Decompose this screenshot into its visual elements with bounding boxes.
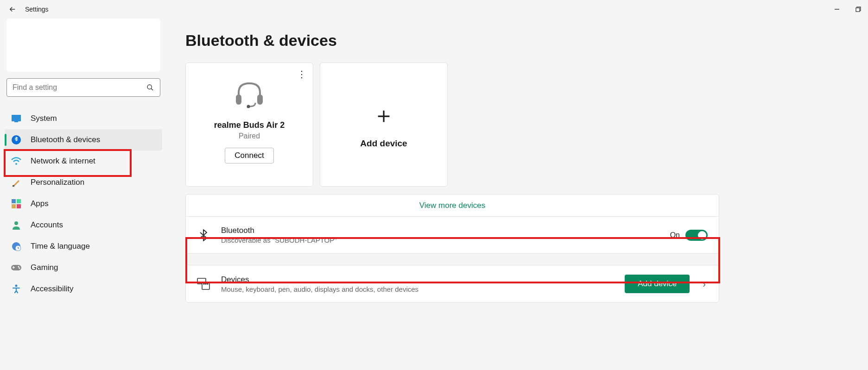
sidebar-item-label: Network & internet — [31, 157, 95, 166]
sidebar-item-label: Bluetooth & devices — [31, 135, 100, 144]
sidebar-item-label: Time & language — [31, 242, 90, 251]
sidebar-item-system[interactable]: System — [5, 108, 162, 129]
svg-rect-13 — [17, 204, 21, 208]
svg-point-18 — [18, 266, 19, 268]
device-card: ⋮ realme Buds Air 2 Paired Connect — [185, 63, 313, 187]
svg-rect-10 — [12, 199, 16, 203]
search-input[interactable] — [6, 78, 160, 97]
accessibility-icon — [11, 284, 21, 294]
sidebar: System Bluetooth & devices Network & int… — [0, 19, 167, 370]
window-title: Settings — [25, 6, 49, 13]
devices-row-subtitle: Mouse, keyboard, pen, audio, displays an… — [221, 285, 614, 293]
sidebar-item-label: Personalization — [31, 178, 84, 187]
bluetooth-toggle[interactable] — [685, 230, 708, 241]
brush-icon — [11, 177, 21, 188]
svg-point-14 — [14, 221, 18, 225]
gamepad-icon — [11, 263, 21, 273]
svg-rect-21 — [236, 94, 241, 105]
bluetooth-toggle-state: On — [670, 231, 680, 239]
add-device-button[interactable]: Add device — [625, 275, 690, 293]
svg-point-8 — [15, 163, 17, 165]
svg-rect-11 — [17, 199, 21, 203]
bluetooth-icon — [11, 135, 21, 145]
sidebar-item-label: Accessibility — [31, 284, 74, 294]
headset-icon — [233, 80, 266, 111]
view-more-devices-link[interactable]: View more devices — [185, 194, 719, 216]
sidebar-item-bluetooth[interactable]: Bluetooth & devices — [5, 129, 162, 151]
person-icon — [11, 220, 21, 230]
svg-point-28 — [207, 283, 208, 284]
apps-icon — [11, 199, 21, 209]
titlebar: Settings — [0, 0, 868, 19]
svg-rect-22 — [257, 94, 263, 105]
more-options-button[interactable]: ⋮ — [297, 69, 306, 80]
svg-point-26 — [203, 283, 204, 284]
plus-icon: ＋ — [373, 100, 395, 130]
bluetooth-glyph-icon — [197, 229, 210, 242]
sidebar-item-apps[interactable]: Apps — [5, 193, 162, 214]
svg-rect-12 — [12, 204, 16, 208]
bluetooth-setting-row: Bluetooth Discoverable as "SUBODH-LAPTOP… — [185, 216, 719, 254]
bluetooth-row-title: Bluetooth — [221, 226, 659, 235]
svg-rect-2 — [856, 8, 860, 12]
svg-point-20 — [15, 285, 18, 287]
sidebar-item-gaming[interactable]: Gaming — [5, 257, 162, 278]
devices-row-title: Devices — [221, 275, 614, 284]
device-status: Paired — [239, 132, 260, 140]
devices-setting-row[interactable]: Devices Mouse, keyboard, pen, audio, dis… — [185, 265, 719, 303]
device-name: realme Buds Air 2 — [214, 120, 285, 130]
svg-rect-9 — [13, 185, 14, 187]
sidebar-item-accessibility[interactable]: Accessibility — [5, 278, 162, 300]
svg-point-19 — [19, 268, 20, 269]
page-title: Bluetooth & devices — [185, 31, 851, 50]
main-content: Bluetooth & devices ⋮ realme Buds Air 2 … — [167, 19, 868, 370]
maximize-button[interactable] — [854, 5, 862, 13]
sidebar-item-personalization[interactable]: Personalization — [5, 172, 162, 193]
minimize-button[interactable] — [833, 5, 841, 13]
svg-rect-5 — [12, 115, 21, 121]
wifi-icon — [11, 156, 21, 166]
sidebar-item-label: Apps — [31, 199, 49, 208]
profile-card — [6, 19, 160, 72]
add-device-card[interactable]: ＋ Add device — [320, 63, 448, 187]
svg-line-4 — [151, 88, 153, 90]
search-icon — [146, 84, 154, 91]
connect-button[interactable]: Connect — [225, 148, 273, 163]
toggle-knob — [698, 231, 706, 239]
devices-icon — [197, 277, 210, 290]
sidebar-item-accounts[interactable]: Accounts — [5, 214, 162, 236]
sidebar-item-network[interactable]: Network & internet — [5, 151, 162, 172]
sidebar-item-label: System — [31, 114, 57, 123]
svg-point-23 — [247, 105, 250, 108]
sidebar-item-label: Gaming — [31, 263, 58, 272]
sidebar-item-time[interactable]: Time & language — [5, 236, 162, 257]
back-button[interactable] — [8, 5, 17, 13]
svg-rect-6 — [14, 121, 18, 122]
add-device-label: Add device — [360, 138, 407, 149]
chevron-right-icon[interactable]: › — [701, 279, 708, 289]
globe-clock-icon — [11, 241, 21, 251]
svg-point-27 — [205, 283, 206, 284]
svg-point-3 — [147, 85, 152, 89]
sidebar-item-label: Accounts — [31, 220, 63, 230]
system-icon — [11, 113, 21, 124]
bluetooth-row-subtitle: Discoverable as "SUBODH-LAPTOP" — [221, 236, 659, 244]
